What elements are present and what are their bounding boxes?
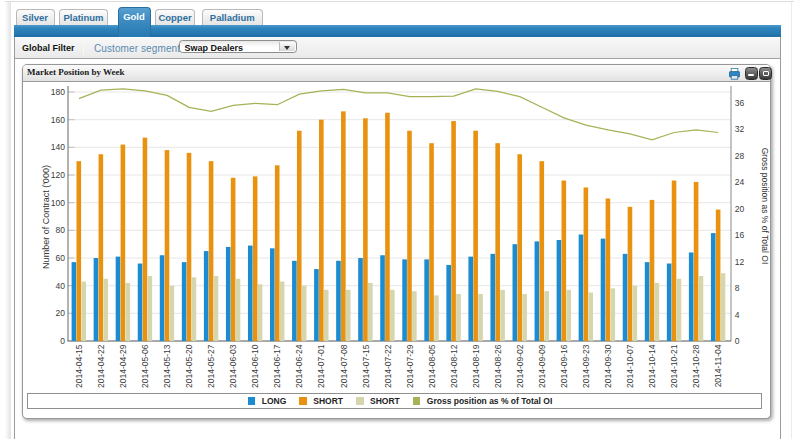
svg-text:2014-09-16: 2014-09-16 <box>559 344 569 388</box>
svg-text:2014-07-29: 2014-07-29 <box>405 344 415 388</box>
svg-text:8: 8 <box>735 283 740 293</box>
svg-text:2014-05-27: 2014-05-27 <box>206 344 216 388</box>
svg-text:20: 20 <box>56 308 66 318</box>
svg-text:2014-04-15: 2014-04-15 <box>74 344 84 388</box>
svg-text:2014-10-07: 2014-10-07 <box>625 344 635 388</box>
svg-text:2014-06-24: 2014-06-24 <box>294 344 304 388</box>
svg-text:2014-11-04: 2014-11-04 <box>713 344 723 387</box>
svg-text:2014-10-21: 2014-10-21 <box>669 344 679 388</box>
svg-text:24: 24 <box>735 177 745 187</box>
svg-text:2014-09-09: 2014-09-09 <box>537 344 547 388</box>
svg-text:140: 140 <box>51 142 65 152</box>
svg-text:2014-06-17: 2014-06-17 <box>272 344 282 388</box>
svg-text:80: 80 <box>56 225 66 235</box>
svg-text:28: 28 <box>735 151 745 161</box>
svg-text:160: 160 <box>51 115 65 125</box>
svg-text:2014-10-28: 2014-10-28 <box>691 344 701 388</box>
svg-text:2014-09-30: 2014-09-30 <box>603 344 613 388</box>
svg-text:100: 100 <box>51 198 65 208</box>
svg-text:36: 36 <box>735 98 745 108</box>
svg-text:2014-07-08: 2014-07-08 <box>339 344 349 388</box>
svg-text:2014-10-14: 2014-10-14 <box>647 344 657 388</box>
svg-text:2014-05-20: 2014-05-20 <box>184 344 194 388</box>
svg-text:2014-04-22: 2014-04-22 <box>96 344 106 388</box>
svg-text:Number of Contract ('000): Number of Contract ('000) <box>41 165 51 269</box>
svg-text:20: 20 <box>735 204 745 214</box>
svg-text:60: 60 <box>56 253 66 263</box>
svg-text:2014-08-19: 2014-08-19 <box>471 344 481 388</box>
svg-text:2014-06-10: 2014-06-10 <box>250 344 260 388</box>
svg-text:2014-09-23: 2014-09-23 <box>581 344 591 388</box>
svg-text:2014-08-26: 2014-08-26 <box>493 344 503 388</box>
svg-text:2014-07-15: 2014-07-15 <box>361 344 371 388</box>
svg-text:40: 40 <box>56 281 66 291</box>
svg-text:12: 12 <box>735 257 745 267</box>
svg-text:2014-08-12: 2014-08-12 <box>449 344 459 388</box>
svg-text:2014-06-03: 2014-06-03 <box>228 344 238 388</box>
svg-text:180: 180 <box>51 87 65 97</box>
svg-text:2014-04-29: 2014-04-29 <box>118 344 128 388</box>
svg-text:2014-05-06: 2014-05-06 <box>140 344 150 388</box>
svg-text:2014-08-05: 2014-08-05 <box>427 344 437 388</box>
svg-text:4: 4 <box>735 310 740 320</box>
svg-text:Gross position as % of Total O: Gross position as % of Total OI <box>760 148 770 265</box>
svg-text:2014-07-01: 2014-07-01 <box>316 344 326 388</box>
svg-text:32: 32 <box>735 124 745 134</box>
svg-text:120: 120 <box>51 170 65 180</box>
svg-text:0: 0 <box>60 336 65 346</box>
svg-text:2014-05-13: 2014-05-13 <box>162 344 172 388</box>
svg-text:0: 0 <box>735 336 740 346</box>
svg-text:16: 16 <box>735 230 745 240</box>
svg-text:2014-07-22: 2014-07-22 <box>383 344 393 388</box>
svg-text:2014-09-02: 2014-09-02 <box>515 344 525 388</box>
